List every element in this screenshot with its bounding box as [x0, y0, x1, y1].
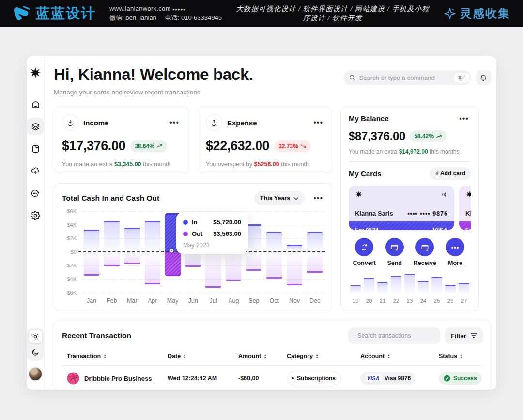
expense-card: Expense ••• $22,632.00 32.73% You oversp… — [198, 107, 333, 173]
bar-in — [307, 232, 323, 252]
bar-out — [226, 252, 242, 281]
sidebar-item-home[interactable] — [27, 95, 44, 113]
mini-bar-23 — [404, 274, 415, 294]
gear-icon — [31, 211, 40, 220]
main-content: Hi, Kianna! Welcome back. Manage your ca… — [45, 56, 496, 390]
promo-banner: 蓝蓝设计 www.lanlanwork.com ▸▸▸▸▸ 微信: ben_la… — [0, 0, 523, 27]
sun-icon — [31, 333, 39, 341]
more-button[interactable]: ••• More — [442, 238, 469, 266]
x-label-aug: Aug — [223, 297, 244, 304]
balance-title: My Balance — [349, 114, 389, 123]
period-selector[interactable]: This Years — [254, 191, 305, 205]
column-header-transaction[interactable]: Transaction▲▼ — [67, 353, 168, 359]
column-header-category[interactable]: Category▲▼ — [287, 353, 360, 359]
inspiration-collect: 灵感收集 — [444, 6, 510, 21]
bar-out — [307, 252, 323, 273]
transaction-date: Wed 12:24:42 AM — [168, 375, 238, 382]
add-card-button[interactable]: + Add card — [430, 167, 471, 180]
account-pill: VISAVisa 9876 — [360, 372, 415, 385]
user-avatar[interactable] — [28, 367, 43, 381]
filter-button[interactable]: Filter — [445, 327, 483, 344]
search-shortcut-badge: ⌘F — [454, 73, 469, 82]
chat-icon — [31, 188, 40, 198]
tooltip-out-value: $3,563.00 — [213, 230, 241, 237]
quick-actions: Convert Send Receive ••• More — [349, 238, 471, 266]
transactions-search[interactable] — [348, 327, 440, 344]
income-badge: 38.64% — [130, 140, 167, 152]
inspiration-collect-text: 灵感收集 — [460, 6, 510, 21]
status-badge: Success — [439, 372, 482, 385]
bank-card-primary[interactable]: Kianna Saris •••• •••• 9876 Exp 06/24 VI… — [349, 186, 454, 230]
transactions-table-header: Transaction▲▼ Date▲▼ Amount▲▼ Category▲▼… — [62, 353, 483, 366]
bar-out — [144, 252, 160, 284]
mini-bar-25 — [431, 277, 442, 294]
sidebar-item-files[interactable] — [27, 140, 44, 157]
page-title: Hi, Kianna! Welcome back. — [54, 65, 253, 84]
gridline — [81, 293, 325, 293]
card-logo-icon — [465, 190, 471, 198]
x-label-dec: Dec — [305, 297, 325, 304]
expense-title: Expense — [227, 119, 257, 127]
transaction-name: Dribbble Pro Business — [84, 375, 152, 382]
search-icon — [353, 332, 354, 339]
trend-up-icon — [156, 143, 163, 149]
convert-button[interactable]: Convert — [351, 238, 378, 266]
column-header-date[interactable]: Date▲▼ — [168, 353, 238, 359]
sort-icon: ▲▼ — [387, 354, 390, 358]
chart-tooltip: In $5,720.00 Out $3,563.00 May 2023 — [176, 212, 248, 254]
x-label-jun: Jun — [183, 297, 203, 304]
card-holder-name: Kianna Saris — [355, 210, 393, 217]
cashflow-x-axis: JanFebMarAprMayJunJulAugSepOctNovDec — [81, 297, 325, 304]
in-dot — [183, 220, 188, 225]
chart-title: Total Cash In and Cash Out — [62, 194, 159, 202]
out-dot — [183, 232, 188, 236]
layers-icon — [31, 122, 40, 131]
y-tick-label: $2K — [67, 235, 77, 241]
dark-mode-button[interactable] — [29, 345, 42, 359]
sidebar — [27, 56, 45, 390]
bar-out — [266, 252, 282, 279]
mini-bar-20 — [364, 278, 374, 294]
bar-out — [205, 252, 221, 288]
visa-badge: VISA — [365, 375, 382, 382]
sidebar-item-messages[interactable] — [27, 185, 44, 202]
expense-menu-button[interactable]: ••• — [311, 121, 325, 124]
column-header-amount[interactable]: Amount▲▼ — [238, 353, 287, 359]
income-title: Income — [83, 119, 109, 127]
card-send-icon — [390, 243, 399, 251]
income-menu-button[interactable]: ••• — [168, 121, 181, 124]
dot-icon — [292, 377, 294, 379]
mini-label-23: 23 — [403, 298, 416, 304]
search-icon — [349, 74, 356, 81]
expense-amount: $22,632.00 — [206, 139, 269, 154]
column-header-status[interactable]: Status▲▼ — [439, 353, 482, 359]
banner-services: 大数据可视化设计 / 软件界面设计 / 网站建设 / 手机及小程序设计 / 软件… — [232, 4, 433, 23]
bank-card-secondary[interactable]: Kianna Exp 06/2 — [459, 186, 471, 230]
receive-button[interactable]: Receive — [411, 238, 438, 266]
global-search[interactable]: ⌘F — [343, 70, 471, 85]
trend-up-icon — [436, 134, 442, 139]
balance-badge: 58.42% — [410, 130, 446, 142]
sidebar-item-cloud[interactable] — [27, 162, 44, 180]
convert-icon — [360, 243, 369, 251]
tooltip-in-value: $5,720.00 — [213, 218, 241, 226]
bar-in — [246, 224, 262, 252]
chart-menu-button[interactable]: ••• — [311, 196, 325, 200]
x-label-mar: Mar — [122, 297, 142, 304]
transactions-search-input[interactable] — [357, 332, 435, 339]
notifications-button[interactable] — [476, 70, 491, 85]
moon-icon — [31, 348, 39, 356]
balance-menu-button[interactable]: ••• — [457, 117, 471, 121]
tooltip-out-label: Out — [192, 230, 202, 237]
send-button[interactable]: Send — [381, 238, 408, 266]
transaction-row[interactable]: Dribbble Pro Business Wed 12:24:42 AM -$… — [62, 366, 483, 390]
column-header-account[interactable]: Account▲▼ — [360, 353, 439, 359]
sidebar-item-dashboard[interactable] — [27, 118, 44, 135]
banner-wechat: 微信: ben_lanlan — [109, 14, 156, 22]
sidebar-item-settings[interactable] — [27, 207, 44, 224]
mini-label-25: 25 — [430, 298, 444, 304]
income-icon-wrap — [62, 114, 78, 131]
search-input[interactable] — [359, 74, 451, 81]
sort-icon: ▲▼ — [263, 354, 267, 358]
light-mode-button[interactable] — [29, 330, 42, 343]
